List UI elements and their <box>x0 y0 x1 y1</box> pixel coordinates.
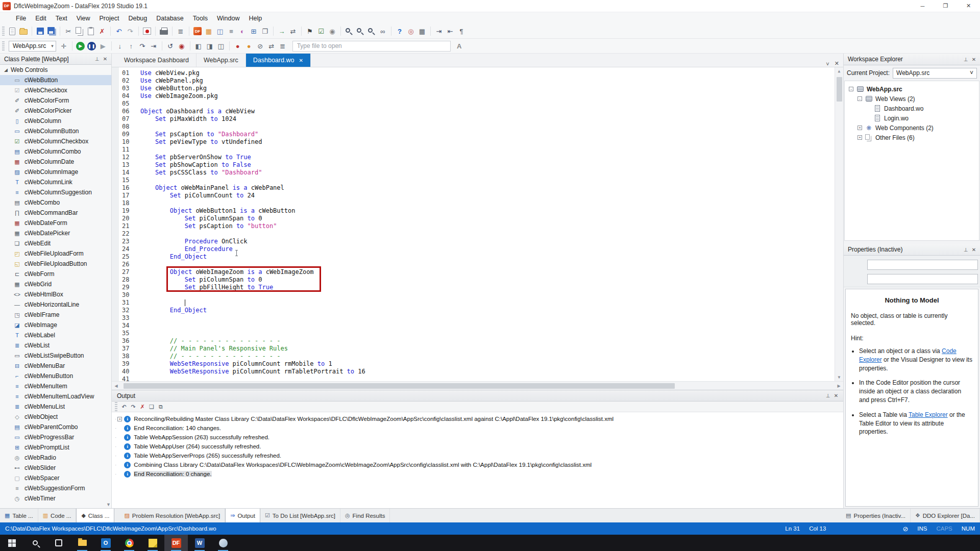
palette-item-cWebTimer[interactable]: ◷cWebTimer <box>0 493 111 504</box>
pin-icon[interactable]: ⊥ <box>962 247 970 253</box>
code-line[interactable]: 15 <box>112 177 843 184</box>
find-previous-button[interactable] <box>366 26 377 37</box>
project-combo[interactable]: WebApp.src ▾ <box>9 41 56 52</box>
step-over-button[interactable]: ↷ <box>137 40 148 52</box>
code-line[interactable]: 02Use cWebPanel.pkg <box>112 77 843 85</box>
menu-project[interactable]: Project <box>95 13 124 23</box>
dock-tab-code-[interactable]: ▥Code ... <box>38 509 77 522</box>
menu-file[interactable]: File <box>11 13 31 23</box>
output-message[interactable]: ·+iTable WebAppSession (263) successfull… <box>112 433 843 442</box>
palette-item-cWebButton[interactable]: ▭cWebButton <box>0 75 111 85</box>
close-icon[interactable]: ✕ <box>101 56 109 62</box>
close-icon[interactable]: ✕ <box>970 57 978 62</box>
code-line[interactable]: 23 Procedure OnClick <box>112 238 843 245</box>
palette-item-cWebColorForm[interactable]: ✐cWebColorForm <box>0 95 111 106</box>
palette-item-cWebFileUploadButton[interactable]: ◱cWebFileUploadButton <box>0 259 111 269</box>
palette-item-cWebFileUploadForm[interactable]: ◰cWebFileUploadForm <box>0 248 111 259</box>
restart-button[interactable]: ↺ <box>165 40 176 52</box>
pause-button[interactable]: ❚❚ <box>86 40 97 52</box>
output-message[interactable]: ·+iReconciling/Rebuilding Master Class L… <box>112 414 843 423</box>
palette-item-cWebColumnLink[interactable]: TcWebColumnLink <box>0 177 111 187</box>
expand-icon[interactable]: + <box>857 126 862 130</box>
palette-group-web-controls[interactable]: ◢ Web Controls <box>0 65 111 75</box>
workspace-organizer-button[interactable]: ≣ <box>175 26 186 37</box>
dataflex-webapp-button[interactable]: DF <box>192 26 203 37</box>
code-line[interactable]: 13 Set pbShowCaption to False <box>112 161 843 169</box>
colors-button[interactable]: ◐ <box>237 26 248 37</box>
bookmarks-button[interactable]: ● <box>243 40 255 52</box>
run-no-debug-button[interactable]: ▶ <box>97 40 109 52</box>
pane-left-button[interactable]: ◧ <box>193 40 204 52</box>
palette-item-cWebSuggestionForm[interactable]: ≡cWebSuggestionForm <box>0 483 111 493</box>
file-explorer-icon[interactable] <box>70 535 94 551</box>
output-message[interactable]: ·+iEnd Reconciliation: 0 change. <box>112 469 843 479</box>
disable-button[interactable]: ⊘ <box>255 40 266 52</box>
undo-button[interactable]: ↶ <box>113 26 125 37</box>
palette-item-cWebProgressBar[interactable]: ▭cWebProgressBar <box>0 432 111 442</box>
clear-output-button[interactable]: ✗ <box>138 402 147 411</box>
palette-item-cWebColumn[interactable]: ▯cWebColumn <box>0 116 111 126</box>
menu-text[interactable]: Text <box>51 13 72 23</box>
scroll-left-icon[interactable]: ◀ <box>112 384 120 388</box>
file-open-search-input[interactable] <box>292 41 451 52</box>
palette-item-cWebCommandBar[interactable]: ∏cWebCommandBar <box>0 208 111 218</box>
record-macro-button[interactable] <box>141 26 153 37</box>
task-view-icon[interactable] <box>47 535 70 551</box>
tree-item-login-wo[interactable]: +Login.wo <box>845 113 979 123</box>
editor-horizontal-scrollbar[interactable]: ◀ ▶ <box>112 381 843 390</box>
find-in-files-button[interactable]: ∞ <box>377 26 388 37</box>
scrollbar-thumb[interactable] <box>124 383 675 389</box>
dock-tab-find-results[interactable]: ◎Find Results <box>340 509 390 522</box>
pane-split-button[interactable]: ◫ <box>215 40 227 52</box>
current-project-combo[interactable]: WebApp.src ˅ <box>893 68 977 79</box>
menu-view[interactable]: View <box>72 13 95 23</box>
chevron-down-icon[interactable]: ˅ <box>826 61 829 67</box>
pane-right-button[interactable]: ◨ <box>204 40 215 52</box>
search-icon[interactable] <box>23 535 47 551</box>
palette-item-cWebList[interactable]: ≣cWebList <box>0 340 111 350</box>
pin-icon[interactable]: ⊥ <box>824 393 832 398</box>
palette-item-cWebColorPicker[interactable]: ✐cWebColorPicker <box>0 106 111 116</box>
close-tab-icon[interactable]: ✕ <box>299 58 303 63</box>
code-line[interactable]: 01Use cWebView.pkg <box>112 69 843 77</box>
palette-item-cWebForm[interactable]: ⊏cWebForm <box>0 269 111 279</box>
editor-vertical-scrollbar[interactable]: ▲ ▼ <box>835 67 843 381</box>
toolbar-drag-handle[interactable] <box>2 41 5 51</box>
collapse-icon[interactable]: - <box>849 87 853 91</box>
close-button[interactable]: ✕ <box>957 0 980 12</box>
compile-button[interactable]: ⚑ <box>304 26 315 37</box>
dock-tab-output[interactable]: ⇒Output <box>225 509 260 522</box>
code-line[interactable]: 05 <box>112 100 843 108</box>
open-file-button[interactable] <box>18 26 29 37</box>
palette-item-cWebMenuItemLoadView[interactable]: ≡cWebMenuItemLoadView <box>0 391 111 402</box>
palette-item-cWebImage[interactable]: ◪cWebImage <box>0 320 111 330</box>
code-line[interactable]: 08 <box>112 123 843 131</box>
run-button[interactable]: ▶ <box>75 40 86 52</box>
code-line[interactable]: 10 Set peViewType to vtUndefined <box>112 138 843 146</box>
goto-button[interactable]: → <box>276 26 287 37</box>
close-icon[interactable]: ✕ <box>970 247 978 253</box>
palette-item-cWebEdit[interactable]: ❏cWebEdit <box>0 238 111 248</box>
code-line[interactable]: 37 // Main Panel's Responsive Rules <box>112 345 843 353</box>
help-button[interactable]: ? <box>394 26 405 37</box>
tree-item-web-components-2-[interactable]: +❋Web Components (2) <box>845 123 979 133</box>
run-to-cursor-button[interactable]: ⇥ <box>148 40 159 52</box>
dock-tab-ddo-explorer-da-[interactable]: ❖DDO Explorer [Da... <box>911 509 980 522</box>
object-selector-combo[interactable] <box>867 260 978 270</box>
palette-item-cWebSpacer[interactable]: ▢cWebSpacer <box>0 473 111 483</box>
delete-button[interactable]: ✗ <box>96 26 108 37</box>
tab-dashboard-wo[interactable]: Dashboard.wo✕ <box>246 54 311 67</box>
menu-database[interactable]: Database <box>152 13 188 23</box>
palette-item-cWebParentCombo[interactable]: ▤cWebParentCombo <box>0 422 111 432</box>
copy-button[interactable] <box>74 26 85 37</box>
menu-tools[interactable]: Tools <box>188 13 212 23</box>
find-next-button[interactable] <box>355 26 366 37</box>
redo-button[interactable]: ↷ <box>125 26 136 37</box>
palette-item-cWebColumnDate[interactable]: ▦cWebColumnDate <box>0 157 111 167</box>
scroll-up-icon[interactable]: ▲ <box>838 67 841 75</box>
menu-help[interactable]: Help <box>244 13 266 23</box>
close-icon[interactable]: ✕ <box>832 393 840 398</box>
build-button[interactable]: ✛ <box>58 40 69 52</box>
code-line[interactable]: 21 Set psCaption to "button" <box>112 222 843 230</box>
code-line[interactable]: 36 // - - - - - - - - - - - - - - <box>112 337 843 345</box>
